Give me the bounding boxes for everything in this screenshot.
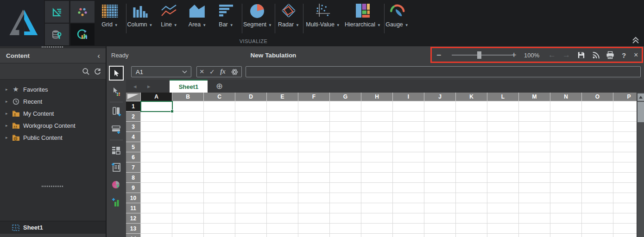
add-column-tool-button[interactable] — [109, 105, 123, 118]
cell-K2[interactable] — [456, 112, 487, 122]
cell-O7[interactable] — [582, 162, 613, 173]
visualization-mode-button[interactable] — [70, 24, 95, 45]
close-button[interactable]: × — [634, 51, 638, 59]
cell-D4[interactable] — [235, 132, 267, 142]
cell-O12[interactable] — [582, 213, 613, 224]
cell-D12[interactable] — [235, 213, 267, 224]
cell-N11[interactable] — [550, 203, 582, 213]
cell-I1[interactable] — [393, 101, 424, 112]
ai-assistant-icon[interactable] — [231, 68, 239, 76]
cell-B7[interactable] — [172, 162, 204, 173]
cell-L7[interactable] — [487, 162, 519, 173]
tab-sheet1[interactable]: Sheet1 — [170, 80, 208, 93]
data-prep-mode-button[interactable] — [45, 24, 69, 45]
cell-P12[interactable] — [613, 213, 637, 224]
gauge-chart-button[interactable]: Gauge▼ — [385, 1, 408, 34]
cell-H14[interactable] — [361, 234, 393, 237]
cell-G1[interactable] — [330, 101, 361, 112]
cell-C1[interactable] — [204, 101, 235, 112]
cell-J4[interactable] — [424, 132, 456, 142]
cell-D11[interactable] — [235, 203, 267, 213]
column-header-I[interactable]: I — [393, 93, 424, 101]
cell-B4[interactable] — [172, 132, 204, 142]
cell-O3[interactable] — [582, 122, 613, 132]
cell-G8[interactable] — [330, 173, 361, 183]
cell-B13[interactable] — [172, 224, 204, 234]
layout-blocks-tool-button[interactable] — [109, 143, 123, 157]
save-button[interactable] — [577, 51, 585, 59]
cell-K4[interactable] — [456, 132, 487, 142]
cell-F11[interactable] — [298, 203, 330, 213]
cell-J13[interactable] — [424, 224, 456, 234]
cell-E6[interactable] — [267, 152, 298, 162]
cell-I2[interactable] — [393, 112, 424, 122]
cell-N9[interactable] — [550, 183, 582, 193]
cell-G10[interactable] — [330, 193, 361, 203]
redo-button[interactable]: → — [562, 50, 570, 60]
cell-D3[interactable] — [235, 122, 267, 132]
zoom-out-button[interactable]: − — [436, 50, 442, 60]
cell-I12[interactable] — [393, 213, 424, 224]
cell-B1[interactable] — [172, 101, 204, 112]
column-header-B[interactable]: B — [172, 93, 204, 101]
next-sheet-button[interactable]: ▸ — [147, 83, 151, 90]
cell-name-box[interactable]: A1 — [131, 66, 191, 77]
cell-L14[interactable] — [487, 234, 519, 237]
cell-H10[interactable] — [361, 193, 393, 203]
cell-P5[interactable] — [613, 142, 637, 152]
row-header-2[interactable]: 2 — [126, 112, 141, 122]
cell-K3[interactable] — [456, 122, 487, 132]
radar-chart-button[interactable]: Radar▼ — [278, 1, 299, 34]
sheet-list-item[interactable]: Sheet1 — [0, 221, 106, 234]
multi-select-tool-button[interactable] — [109, 84, 123, 98]
column-header-C[interactable]: C — [204, 93, 235, 101]
cell-N3[interactable] — [550, 122, 582, 132]
app-logo[interactable] — [0, 0, 44, 46]
cell-I3[interactable] — [393, 122, 424, 132]
cell-K7[interactable] — [456, 162, 487, 173]
cell-G5[interactable] — [330, 142, 361, 152]
cell-C9[interactable] — [204, 183, 235, 193]
cell-F2[interactable] — [298, 112, 330, 122]
cell-H7[interactable] — [361, 162, 393, 173]
cell-P8[interactable] — [613, 173, 637, 183]
cell-E10[interactable] — [267, 193, 298, 203]
cell-M9[interactable] — [519, 183, 550, 193]
cell-B10[interactable] — [172, 193, 204, 203]
area-chart-button[interactable]: Area▼ — [189, 1, 206, 34]
cell-O10[interactable] — [582, 193, 613, 203]
row-header-1[interactable]: 1 — [126, 101, 141, 112]
add-chart-tool-button[interactable] — [109, 195, 123, 209]
cell-C13[interactable] — [204, 224, 235, 234]
cell-B6[interactable] — [172, 152, 204, 162]
cell-P6[interactable] — [613, 152, 637, 162]
cell-K12[interactable] — [456, 213, 487, 224]
zoom-in-button[interactable]: + — [511, 50, 517, 60]
cell-O4[interactable] — [582, 132, 613, 142]
tree-item-public-content[interactable]: ▸ Public Content — [0, 131, 106, 143]
column-header-N[interactable]: N — [550, 93, 582, 101]
cell-M11[interactable] — [519, 203, 550, 213]
scroll-up-button[interactable] — [638, 94, 644, 101]
insert-function-button[interactable]: fx — [220, 68, 226, 75]
cell-I9[interactable] — [393, 183, 424, 193]
row-header-14[interactable]: 14 — [126, 234, 141, 237]
cell-J10[interactable] — [424, 193, 456, 203]
cell-D8[interactable] — [235, 173, 267, 183]
tree-item-recent[interactable]: ▸ Recent — [0, 95, 106, 107]
cell-B5[interactable] — [172, 142, 204, 152]
cell-L10[interactable] — [487, 193, 519, 203]
cell-C11[interactable] — [204, 203, 235, 213]
cell-I8[interactable] — [393, 173, 424, 183]
cell-K9[interactable] — [456, 183, 487, 193]
cell-A7[interactable] — [141, 162, 172, 173]
collapse-panel-icon[interactable]: ‹ — [97, 52, 100, 60]
cell-O1[interactable] — [582, 101, 613, 112]
cell-K6[interactable] — [456, 152, 487, 162]
cell-F5[interactable] — [298, 142, 330, 152]
expander-icon[interactable]: ▸ — [6, 99, 11, 104]
cell-I10[interactable] — [393, 193, 424, 203]
cell-M4[interactable] — [519, 132, 550, 142]
pointer-tool-button[interactable] — [109, 66, 124, 81]
cell-E9[interactable] — [267, 183, 298, 193]
